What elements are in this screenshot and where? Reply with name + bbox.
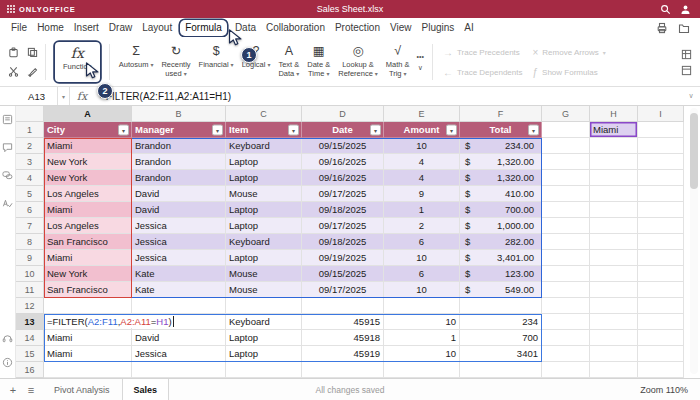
cell-A8[interactable]: San Francisco	[44, 234, 132, 250]
cell-I6[interactable]	[638, 202, 684, 218]
cell-B7[interactable]: Jessica	[132, 218, 226, 234]
cell-E2[interactable]: 10	[384, 138, 460, 154]
formula-input[interactable]: =FILTER(A2:F11,A2:A11=H1)	[94, 87, 682, 105]
cell-D4[interactable]: 09/16/2025	[302, 170, 384, 186]
filter-icon[interactable]: ▾	[212, 124, 223, 135]
cell-B6[interactable]: David	[132, 202, 226, 218]
cell-E10[interactable]: 6	[384, 266, 460, 282]
toolbar-financial-button[interactable]: $Financial▾	[195, 40, 238, 84]
cell-B12[interactable]	[132, 298, 226, 314]
cell-H12[interactable]	[590, 298, 638, 314]
cell-G1[interactable]	[542, 122, 590, 138]
cell-I9[interactable]	[638, 250, 684, 266]
cell-H16[interactable]	[590, 362, 638, 378]
select-all-corner[interactable]	[16, 106, 44, 122]
column-header-C[interactable]: C	[226, 106, 302, 122]
filter-icon[interactable]: ▾	[528, 124, 539, 135]
cell-B16[interactable]	[132, 362, 226, 378]
cell-E4[interactable]: 4	[384, 170, 460, 186]
filter-icon[interactable]: ▾	[288, 124, 299, 135]
cell-F2[interactable]: $234.00	[460, 138, 542, 154]
cell-A9[interactable]: Miami	[44, 250, 132, 266]
row-header-11[interactable]: 11	[16, 282, 44, 298]
cell-D5[interactable]: 09/17/2025	[302, 186, 384, 202]
cell-B9[interactable]: Jessica	[132, 250, 226, 266]
insert-function-icon[interactable]: fx	[70, 87, 94, 105]
function-button[interactable]: fx Function	[55, 42, 100, 82]
search-icon[interactable]	[660, 4, 671, 15]
row-header-7[interactable]: 7	[16, 218, 44, 234]
chat-icon[interactable]	[2, 170, 13, 183]
cell-F5[interactable]: $410.00	[460, 186, 542, 202]
menu-formula[interactable]: Formula	[180, 20, 227, 36]
cell-F16[interactable]	[460, 362, 542, 378]
row-header-3[interactable]: 3	[16, 154, 44, 170]
row-header-9[interactable]: 9	[16, 250, 44, 266]
cell-B1[interactable]: Manager▾	[132, 122, 226, 138]
cell-F14[interactable]: 700	[460, 330, 542, 346]
cell-C14[interactable]: Laptop	[226, 330, 302, 346]
cell-F1[interactable]: Total▾	[460, 122, 542, 138]
cell-G13[interactable]	[542, 314, 590, 330]
cell-A10[interactable]: New York	[44, 266, 132, 282]
column-header-B[interactable]: B	[132, 106, 226, 122]
cell-D11[interactable]: 09/17/2025	[302, 282, 384, 298]
cell-A11[interactable]: San Francisco	[44, 282, 132, 298]
menu-view[interactable]: View	[385, 20, 417, 36]
cell-H10[interactable]	[590, 266, 638, 282]
cell-I3[interactable]	[638, 154, 684, 170]
cell-G6[interactable]	[542, 202, 590, 218]
column-header-E[interactable]: E	[384, 106, 460, 122]
user-icon[interactable]	[680, 4, 691, 15]
cell-C4[interactable]: Laptop	[226, 170, 302, 186]
paste-icon[interactable]	[6, 45, 21, 60]
cell-I8[interactable]	[638, 234, 684, 250]
toolbar-autosum-button[interactable]: ΣAutosum▾	[115, 40, 158, 84]
copy-style-icon[interactable]	[25, 64, 40, 79]
cell-H13[interactable]	[590, 314, 638, 330]
cell-G11[interactable]	[542, 282, 590, 298]
row-header-8[interactable]: 8	[16, 234, 44, 250]
cell-C9[interactable]: Laptop	[226, 250, 302, 266]
cell-E7[interactable]: 2	[384, 218, 460, 234]
toolbar-math-trig-button[interactable]: √Math &Trig▾	[382, 40, 414, 84]
cell-C1[interactable]: Item▾	[226, 122, 302, 138]
cell-C7[interactable]: Laptop	[226, 218, 302, 234]
open-file-location-icon[interactable]	[678, 22, 690, 34]
cell-C10[interactable]: Mouse	[226, 266, 302, 282]
cell-H4[interactable]	[590, 170, 638, 186]
cell-I15[interactable]	[638, 346, 684, 362]
row-header-16[interactable]: 16	[16, 362, 44, 378]
column-header-I[interactable]: I	[638, 106, 684, 122]
cell-C6[interactable]: Laptop	[226, 202, 302, 218]
cell-B11[interactable]: Kate	[132, 282, 226, 298]
cell-D14[interactable]: 45918	[302, 330, 384, 346]
trace-precedents-button[interactable]: → Trace Precedents	[438, 43, 528, 61]
cell-I1[interactable]	[638, 122, 684, 138]
cell-A14[interactable]: Miami	[44, 330, 132, 346]
cell-D8[interactable]: 09/18/2025	[302, 234, 384, 250]
cell-H15[interactable]	[590, 346, 638, 362]
cell-F4[interactable]: $1,320.00	[460, 170, 542, 186]
menu-protection[interactable]: Protection	[330, 20, 385, 36]
cell-C12[interactable]	[226, 298, 302, 314]
cell-A15[interactable]: Miami	[44, 346, 132, 362]
cell-H11[interactable]	[590, 282, 638, 298]
row-header-13[interactable]: 13	[16, 314, 44, 330]
cell-I12[interactable]	[638, 298, 684, 314]
copy-icon[interactable]	[25, 45, 40, 60]
cell-B5[interactable]: David	[132, 186, 226, 202]
remove-arrows-button[interactable]: × Remove Arrows ▾	[528, 43, 611, 61]
zoom-control[interactable]: Zoom 110%	[640, 385, 700, 395]
cell-D13[interactable]: 45915	[302, 314, 384, 330]
comments-icon[interactable]	[2, 142, 13, 155]
row-header-10[interactable]: 10	[16, 266, 44, 282]
cell-D7[interactable]: 09/17/2025	[302, 218, 384, 234]
row-header-5[interactable]: 5	[16, 186, 44, 202]
cell-D12[interactable]	[302, 298, 384, 314]
cell-E13[interactable]: 10	[384, 314, 460, 330]
cell-C8[interactable]: Keyboard	[226, 234, 302, 250]
cell-A7[interactable]: Los Angeles	[44, 218, 132, 234]
menu-plugins[interactable]: Plugins	[416, 20, 459, 36]
cell-G12[interactable]	[542, 298, 590, 314]
